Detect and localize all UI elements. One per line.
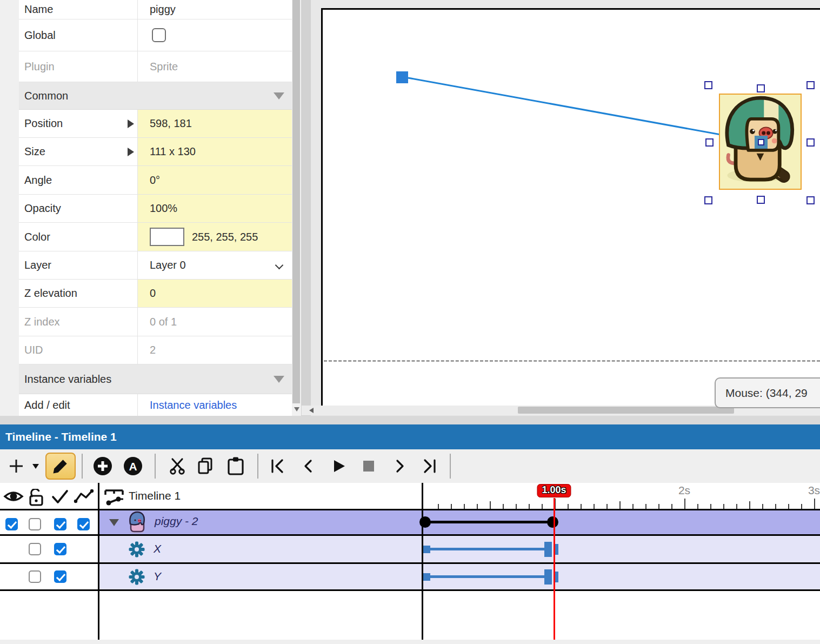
scrollbar-left-arrow-icon[interactable]: [309, 408, 314, 413]
edit-mode-button[interactable]: [45, 453, 76, 480]
y-keyframe-end[interactable]: [544, 569, 552, 585]
resize-handle-top-right[interactable]: [806, 81, 815, 89]
toolbar-separator: [82, 454, 83, 479]
size-value-field[interactable]: 111 x 130: [138, 138, 292, 165]
chevron-down-icon: [275, 261, 284, 270]
x-keyframe-end[interactable]: [544, 542, 552, 557]
angle-value-field[interactable]: 0°: [138, 166, 292, 194]
ruler-tick: [788, 504, 789, 509]
resize-handle-middle-right[interactable]: [806, 138, 815, 147]
mouse-coordinates-tooltip: Mouse: (344, 29: [715, 377, 820, 408]
play-button[interactable]: [331, 459, 346, 474]
playhead-line[interactable]: [554, 498, 555, 640]
paste-button[interactable]: [226, 456, 245, 476]
resize-handle-bottom-middle[interactable]: [757, 196, 765, 204]
property-label: Global: [19, 19, 138, 51]
track-label-piggy[interactable]: piggy - 2: [155, 515, 198, 528]
ruler-tick: [581, 504, 582, 509]
add-dropdown-caret[interactable]: [32, 464, 39, 469]
row-divider: [0, 509, 820, 510]
layout-margin-dashed-line: [324, 360, 820, 362]
svg-text:A: A: [129, 460, 137, 473]
piggy-visibility-checkbox[interactable]: [5, 518, 18, 530]
add-keyframe-button[interactable]: [93, 456, 112, 476]
ruler-tick: [645, 504, 646, 509]
layer-dropdown[interactable]: Layer 0: [138, 251, 292, 279]
stop-button[interactable]: [363, 460, 375, 472]
resize-handle-bottom-right[interactable]: [806, 196, 815, 204]
panel-splitter[interactable]: [301, 0, 311, 416]
z-elevation-value-field[interactable]: 0: [138, 280, 292, 307]
go-to-end-button[interactable]: [422, 459, 437, 474]
ruler-tick: [632, 504, 634, 509]
go-to-start-button[interactable]: [270, 459, 285, 474]
check-icon[interactable]: [51, 489, 69, 505]
property-label: Color: [19, 223, 138, 251]
color-swatch[interactable]: [150, 228, 184, 246]
y-enable-checkbox[interactable]: [54, 570, 66, 583]
step-forward-button[interactable]: [393, 459, 407, 474]
collapse-triangle-icon[interactable]: [274, 376, 284, 383]
add-button[interactable]: [8, 457, 25, 475]
name-value-field[interactable]: piggy: [138, 0, 292, 19]
expand-right-icon[interactable]: [128, 148, 134, 156]
section-header-instance-variables[interactable]: Instance variables: [19, 364, 292, 394]
y-lock-checkbox[interactable]: [29, 570, 41, 583]
piggy-curve-checkbox[interactable]: [77, 518, 90, 530]
x-keyframe-span[interactable]: [427, 548, 546, 550]
instance-variables-link[interactable]: Instance variables: [138, 394, 292, 416]
scrollbar-down-arrow-icon[interactable]: [294, 407, 299, 411]
global-checkbox[interactable]: [152, 28, 166, 42]
track-label-y[interactable]: Y: [154, 570, 161, 583]
clipboard-icon: [226, 456, 245, 476]
property-label-text: Position: [24, 117, 63, 130]
layout-canvas[interactable]: [323, 9, 820, 406]
expand-right-icon[interactable]: [128, 119, 134, 128]
resize-handle-top-left[interactable]: [704, 81, 712, 89]
copy-button[interactable]: [196, 457, 215, 475]
timeline-titlebar[interactable]: Timeline - Timeline 1: [0, 424, 820, 449]
collapse-track-triangle[interactable]: [109, 519, 119, 526]
opacity-value-field[interactable]: 100%: [138, 195, 292, 222]
column-divider[interactable]: [98, 483, 99, 640]
ruler-tick: [710, 504, 711, 509]
cut-button[interactable]: [168, 457, 186, 475]
y-keyframe-span[interactable]: [427, 575, 546, 578]
x-lock-checkbox[interactable]: [29, 543, 41, 555]
resize-handle-middle-left[interactable]: [705, 138, 714, 147]
piggy-lock-checkbox[interactable]: [29, 518, 41, 530]
track-label-x[interactable]: X: [154, 542, 161, 555]
x-enable-checkbox[interactable]: [54, 543, 66, 555]
instance-variables-link-text[interactable]: Instance variables: [150, 399, 237, 411]
property-row-z-index: Z index 0 of 1: [19, 308, 292, 336]
property-row-add-edit: Add / edit Instance variables: [19, 394, 292, 416]
ruler-tick: [451, 504, 452, 509]
color-value-text[interactable]: 255, 255, 255: [192, 231, 258, 243]
section-header-common[interactable]: Common: [19, 82, 292, 110]
skip-to-end-icon: [422, 459, 437, 474]
property-row-position: Position 598, 181: [19, 110, 292, 138]
properties-scrollbar-thumb[interactable]: [292, 0, 300, 403]
step-back-button[interactable]: [301, 459, 315, 474]
property-row-z-elevation: Z elevation 0: [19, 280, 292, 308]
resize-handle-top-middle[interactable]: [757, 84, 765, 92]
interpolation-curve-icon[interactable]: [74, 489, 94, 504]
layout-scrollbar-thumb[interactable]: [518, 407, 734, 414]
timeline-name-header[interactable]: Timeline 1: [129, 483, 181, 509]
property-label: Layer: [19, 251, 138, 279]
row-divider: [0, 562, 820, 564]
auto-keyframe-button[interactable]: A: [123, 456, 143, 476]
piggy-enable-checkbox[interactable]: [54, 518, 66, 530]
piggy-keyframe-span[interactable]: [425, 521, 552, 523]
color-value-cell: 255, 255, 255: [138, 223, 292, 251]
lock-open-icon[interactable]: [28, 489, 44, 506]
resize-handle-bottom-left[interactable]: [704, 196, 712, 204]
playhead-time-badge[interactable]: 1.00s: [537, 484, 571, 497]
row-divider: [0, 534, 820, 536]
keyframe-dot-end[interactable]: [547, 516, 558, 528]
collapse-triangle-icon[interactable]: [274, 92, 284, 99]
timeline-nodes-icon: [104, 489, 125, 506]
position-value-field[interactable]: 598, 181: [138, 110, 292, 137]
eye-icon[interactable]: [3, 489, 24, 504]
column-divider[interactable]: [422, 483, 423, 640]
